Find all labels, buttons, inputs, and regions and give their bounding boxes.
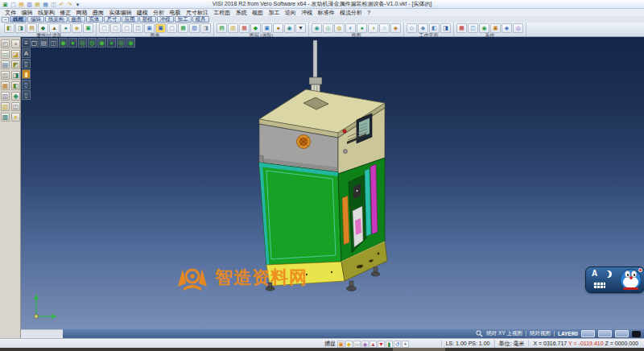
qat-dropdown-icon[interactable]: ▾ xyxy=(74,1,81,8)
peek-button[interactable] xyxy=(632,331,641,337)
sidebar-array-icon[interactable]: ▦ xyxy=(1,81,10,90)
vp-iso-view-icon[interactable]: ● xyxy=(68,38,77,47)
sidebar-box-select-icon[interactable]: ▭ xyxy=(1,50,10,59)
app-logo-icon[interactable]: ▣ xyxy=(2,1,9,8)
tab-wireframe[interactable]: 线框 xyxy=(10,16,27,23)
vp-active-tool-icon[interactable]: ▮ xyxy=(22,69,31,79)
layer-move-icon[interactable]: ● xyxy=(273,23,283,33)
view-front-icon[interactable]: ◍ xyxy=(334,23,345,33)
type-filter-icon[interactable]: ▲ xyxy=(49,23,60,33)
print-icon[interactable]: ▦ xyxy=(42,1,49,8)
ime-mascot-doraemon[interactable] xyxy=(620,269,642,291)
tab-application[interactable]: 应用 xyxy=(122,16,138,23)
layer-list-icon[interactable]: ▥ xyxy=(228,23,238,33)
sidebar-select-icon[interactable]: ◰ xyxy=(1,39,10,48)
sidebar-properties-icon[interactable]: ● xyxy=(11,113,20,122)
tab-tooling[interactable]: 模具 xyxy=(192,16,209,23)
layer-current-icon[interactable]: ◆ xyxy=(250,23,261,33)
tab-edit[interactable]: 编辑 xyxy=(27,16,44,23)
layer-select-icon[interactable]: ▣ xyxy=(262,23,272,33)
system-globe-icon[interactable]: ◉ xyxy=(479,23,489,33)
open-file-icon[interactable]: ▤ xyxy=(18,1,25,8)
menu-item[interactable]: 逆向 xyxy=(283,9,299,16)
undo-icon[interactable]: ↶ xyxy=(58,1,65,8)
menu-item[interactable]: 修正 xyxy=(57,9,73,16)
select-filter-icon[interactable]: ◧ xyxy=(4,23,14,33)
hidden-line-icon[interactable]: ▢ xyxy=(122,23,132,33)
menu-item[interactable]: 视图 xyxy=(250,9,266,16)
red-button[interactable] xyxy=(343,130,346,133)
color-filter-icon[interactable]: ◆ xyxy=(38,23,48,33)
ime-keyboard-icon[interactable] xyxy=(593,282,605,288)
tab-solid[interactable]: 实体 xyxy=(86,16,103,23)
layer-lock-icon[interactable]: ◉ xyxy=(284,23,295,33)
snap-quadrant-icon[interactable]: ▮ xyxy=(386,341,393,348)
tab-wireframe-arch[interactable]: 线架构 xyxy=(45,16,68,23)
sidebar-move-icon[interactable]: ◧ xyxy=(11,81,20,90)
import-icon[interactable]: ▤ xyxy=(34,1,41,8)
group-filter-icon[interactable]: ● xyxy=(60,23,71,33)
menu-item[interactable]: 分析 xyxy=(151,9,167,16)
workplane-view-icon[interactable]: ◧ xyxy=(429,23,440,33)
tab-surface[interactable]: 曲面 xyxy=(68,16,85,23)
view-iso-icon[interactable]: ◉ xyxy=(312,23,322,33)
workplane-align-icon[interactable]: ◆ xyxy=(418,23,428,33)
system-database-icon[interactable]: ◈ xyxy=(502,23,512,33)
menu-item[interactable]: 网格 xyxy=(74,9,90,16)
vp-clip-icon[interactable]: ▯ xyxy=(22,80,31,89)
menu-item[interactable]: 标准件 xyxy=(315,9,336,16)
view-pan-icon[interactable]: ○ xyxy=(379,23,390,33)
vp-rotate-view-icon[interactable]: ◉ xyxy=(126,38,135,47)
menu-item[interactable]: 建模 xyxy=(134,9,151,16)
vp-panel-icon[interactable]: ▯ xyxy=(22,59,31,68)
vp-new-icon[interactable]: ▢ xyxy=(30,38,39,47)
snap-grid-icon[interactable]: ▣ xyxy=(337,341,345,348)
ghost-mode-icon[interactable]: ◫ xyxy=(133,23,143,33)
menu-item[interactable]: 模流分析 xyxy=(337,9,365,16)
material-icon[interactable]: ▦ xyxy=(178,23,188,33)
vp-bottom-view-icon[interactable]: ◎ xyxy=(117,38,126,47)
sidebar-rotate-icon[interactable]: ▧ xyxy=(1,92,10,101)
view-reference-label[interactable]: 绝对视图 xyxy=(530,330,551,337)
shade-mode-icon[interactable]: ▢ xyxy=(99,23,109,33)
menu-item[interactable]: 电极 xyxy=(167,9,183,16)
grid-toggle-icon[interactable]: + xyxy=(402,341,409,348)
view-zoom-window-icon[interactable]: ◑ xyxy=(368,23,378,33)
collapse-toolbar-button[interactable]: − xyxy=(2,17,9,23)
view-mode-label[interactable]: 绝对 XY 上视图 xyxy=(486,330,522,337)
vp-right-view-icon[interactable]: ◉ xyxy=(97,38,106,47)
transparency-icon[interactable]: ▢ xyxy=(167,23,177,33)
sidebar-layers-icon[interactable]: ▤ xyxy=(1,60,10,69)
menu-item[interactable]: 编辑 xyxy=(19,9,35,16)
sidebar-scale-icon[interactable]: ◆ xyxy=(11,92,20,101)
sidebar-measure-icon[interactable]: ◩ xyxy=(11,60,20,69)
sidebar-mirror-icon[interactable]: ◨ xyxy=(11,71,20,80)
cad-model-canvas[interactable] xyxy=(21,37,644,329)
window-icon[interactable]: ◫ xyxy=(50,1,57,8)
sidebar-explode-icon[interactable]: ▩ xyxy=(1,113,10,122)
wireframe-mode-icon[interactable]: ▢ xyxy=(110,23,121,33)
snap-center-icon[interactable]: ◉ xyxy=(361,341,369,348)
layer-quick-button[interactable] xyxy=(615,330,629,337)
menu-item[interactable]: 系统 xyxy=(233,9,250,16)
redo-icon[interactable]: ↷ xyxy=(66,1,73,8)
vp-back-view-icon[interactable]: ● xyxy=(107,38,116,47)
vp-annotation-icon[interactable]: A xyxy=(22,48,31,58)
layer-filter-dropdown-icon[interactable]: ▼ xyxy=(295,23,306,33)
view-rotate-icon[interactable]: ◈ xyxy=(390,23,401,33)
view-side-icon[interactable]: ◐ xyxy=(345,23,356,33)
vp-extra-tool-icon[interactable]: ▯ xyxy=(22,90,31,100)
view-top-icon[interactable]: ◎ xyxy=(323,23,333,33)
ime-language-indicator[interactable]: A xyxy=(592,269,597,278)
layer-quick-button[interactable] xyxy=(598,330,612,337)
view-zoom-fit-icon[interactable]: ● xyxy=(357,23,367,33)
menu-item[interactable]: 尺寸标注 xyxy=(184,9,211,16)
save-file-icon[interactable]: ▥ xyxy=(26,1,33,8)
system-help-icon[interactable]: ◎ xyxy=(513,23,523,33)
sidebar-offset-icon[interactable]: ▥ xyxy=(1,102,10,111)
ime-toolbar[interactable]: A xyxy=(585,266,644,293)
menu-item[interactable]: ? xyxy=(365,9,373,16)
tab-mold[interactable]: 塑模 xyxy=(139,16,156,23)
render-mode-icon[interactable]: ▣ xyxy=(144,23,155,33)
vp-open-icon[interactable]: ▤ xyxy=(39,38,48,47)
